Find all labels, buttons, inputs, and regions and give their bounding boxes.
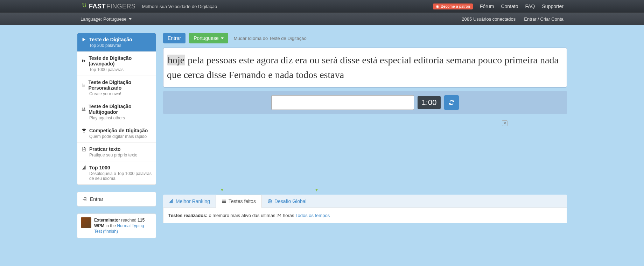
patron-label: Become a patron [441,4,470,8]
nav-faq[interactable]: FAQ [525,4,535,9]
sidebar-item-sub: Pratique seu próprio texto [89,153,152,158]
top-nav: ◉ Become a patron Fórum Contato FAQ Supp… [433,4,564,9]
sidebar-item-sub: Top 200 palavras [89,43,152,48]
chevron-down-icon [221,37,224,39]
ad-marker-icon: ▾ [221,187,223,192]
test-language-label: Portuguese [194,35,219,41]
file-icon [82,147,86,152]
achievement-text: Exterminator reached 115 WPM in the Norm… [94,217,152,234]
tab-global-challenge[interactable]: Desafio Global [262,195,312,208]
avatar [81,217,91,228]
sidebar-item-label: Teste de Digitação Personalizado [88,79,152,91]
upcoming-words: pela pessoas este agora diz era ou será … [167,55,559,80]
panel-label: Testes realizados: [168,213,208,218]
refresh-icon [448,99,455,106]
sliders-icon [82,83,85,88]
sidebar: Teste de Digitação Top 200 palavras Test… [77,33,156,238]
ad-close-button[interactable]: ✕ [502,120,507,126]
sidebar-item-label: Praticar texto [89,146,120,152]
sidebar-item-label: Teste de Digitação [89,37,132,42]
tab-label: Melhor Ranking [176,198,210,204]
nav-forum[interactable]: Fórum [480,4,494,9]
sidebar-item-label: Teste de Digitação Multijogador [89,104,152,115]
timer: 1:00 [418,96,441,109]
users-online: 2085 Usuários conectados [462,16,516,22]
tagline: Melhore sua Velocidade de Digitação [142,4,217,9]
sidebar-item-sub: Create your own! [89,91,152,96]
sidebar-menu: Teste de Digitação Top 200 palavras Test… [77,33,156,185]
topbar: FASTFINGERS Melhore sua Velocidade de Di… [0,0,644,13]
achievement-card: Exterminator reached 115 WPM in the Norm… [77,214,156,238]
main-content: Entrar Portuguese Mudar Idioma do Teste … [163,33,567,238]
patreon-icon: ◉ [436,4,439,9]
restart-button[interactable] [444,95,459,110]
sidebar-item-sub: Play against others [89,115,152,120]
login-signup-link[interactable]: Entrar / Criar Conta [524,16,564,22]
tab-tests-taken[interactable]: Testes feitos [216,195,262,208]
bars-icon [169,199,174,204]
typing-input[interactable] [271,95,414,110]
become-patron-button[interactable]: ◉ Become a patron [433,4,473,9]
sidebar-item-custom-test[interactable]: Teste de Digitação Personalizado Create … [77,76,156,100]
sidebar-item-label: Top 1000 [89,165,110,170]
sidebar-item-typing-advanced[interactable]: Teste de Digitação (avançado) Top 1000 p… [77,51,156,76]
nav-contato[interactable]: Contato [501,4,518,9]
sidebar-item-competition[interactable]: Competição de Digitação Quem pode digita… [77,124,156,142]
sidebar-item-sub: Quem pode digitar mais rápido [89,134,152,139]
trophy-icon [82,128,86,133]
login-button[interactable]: Entrar [163,33,186,43]
language-hint: Mudar Idioma do Teste de Digitação [234,36,307,41]
logo-block[interactable]: FASTFINGERS Melhore sua Velocidade de Di… [80,2,217,10]
sidebar-item-label: Teste de Digitação (avançado) [89,55,152,66]
sidebar-login-button[interactable]: Entrar [77,192,156,206]
sidebar-login-label: Entrar [90,196,103,202]
language-label: Language: Portuguese [80,16,127,22]
word-box: hoje pela pessoas este agora diz era ou … [163,48,567,88]
ad-space: ✕ ▾ ▾ [163,114,567,195]
result-tabs: Melhor Ranking Testes feitos Desafio Glo… [163,195,567,208]
sidebar-item-top1000[interactable]: Top 1000 Desbloqueia o Top 1000 palavras… [77,161,156,184]
tab-label: Desafio Global [274,198,307,204]
words-display: hoje pela pessoas este agora diz era ou … [167,53,563,82]
nav-supporter[interactable]: Supporter [542,4,564,9]
sidebar-item-sub: Top 1000 palavras [89,67,152,72]
list-icon [222,199,226,204]
test-language-dropdown[interactable]: Portuguese [189,33,228,43]
sidebar-item-multiplayer[interactable]: Teste de Digitação Multijogador Play aga… [77,100,156,124]
input-bar: 1:00 [163,91,567,114]
tab-best-ranking[interactable]: Melhor Ranking [163,195,216,208]
globe-icon [267,199,272,204]
sidebar-item-practice[interactable]: Praticar texto Pratique seu próprio text… [77,142,156,161]
panel-text: o membro mais ativo das últimas 24 horas [208,213,295,218]
sidebar-item-typing-test[interactable]: Teste de Digitação Top 200 palavras [77,33,156,51]
tab-label: Testes feitos [229,198,256,204]
play-icon [82,37,86,42]
sidebar-item-label: Competição de Digitação [89,128,148,133]
action-row: Entrar Portuguese Mudar Idioma do Teste … [163,33,567,43]
all-time-link[interactable]: Todos os tempos [295,213,330,218]
bars-icon [82,165,86,170]
achievement-user: Exterminator [94,218,120,223]
ad-marker-icon: ▾ [315,187,318,192]
sidebar-item-sub: Desbloqueia o Top 1000 palavras de seu i… [89,171,152,181]
current-word: hoje [167,55,185,65]
site-language-selector[interactable]: Language: Portuguese [80,16,132,22]
logo-icon [80,2,88,10]
forward-icon [82,58,86,63]
chevron-down-icon [129,18,132,20]
login-icon [82,196,87,202]
tab-panel: Testes realizados: o membro mais ativo d… [163,208,567,223]
subbar: Language: Portuguese 2085 Usuários conec… [0,13,644,25]
users-icon [82,107,86,112]
logo-text-bold: FAST [89,3,106,10]
logo-text-thin: FINGERS [106,3,136,10]
